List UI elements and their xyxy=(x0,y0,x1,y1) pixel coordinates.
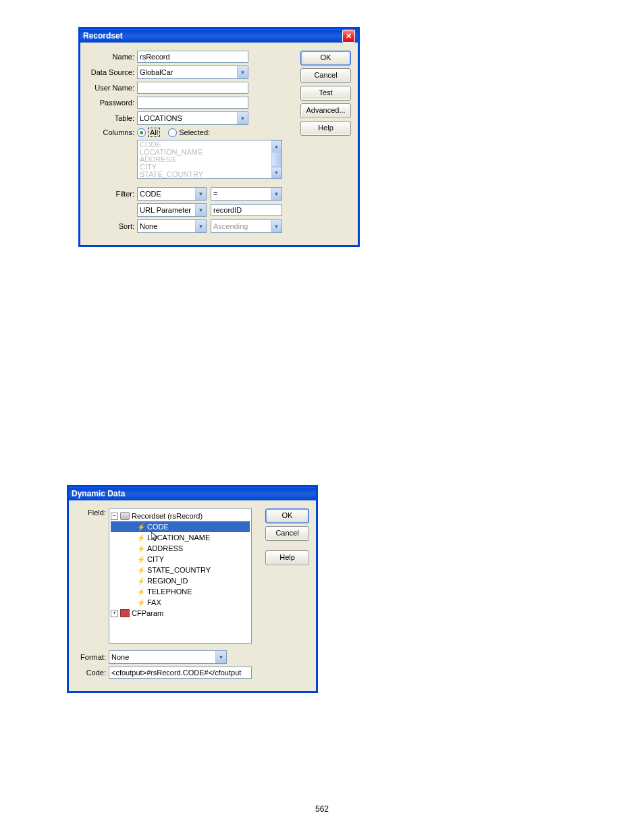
datasource-label: Data Source: xyxy=(87,68,137,76)
close-icon[interactable]: ✕ xyxy=(342,30,355,43)
username-label: User Name: xyxy=(87,84,137,92)
columns-selected-radio[interactable] xyxy=(168,128,177,137)
scroll-down-icon[interactable]: ▼ xyxy=(271,167,281,178)
ok-button[interactable]: OK xyxy=(300,51,351,66)
name-label: Name: xyxy=(87,53,137,61)
dynamic-title: Dynamic Data xyxy=(72,487,125,500)
help-button[interactable]: Help xyxy=(265,550,309,565)
tree-item[interactable]: ⚡ FAX xyxy=(111,597,250,608)
columns-all-label: All xyxy=(148,128,160,137)
chevron-down-icon: ▼ xyxy=(271,188,281,200)
tree-item[interactable]: ⚡ LOCATION_NAME xyxy=(111,532,250,543)
code-input[interactable] xyxy=(109,667,252,679)
filter-field-select[interactable]: CODE ▼ xyxy=(137,187,207,201)
chevron-down-icon: ▼ xyxy=(195,220,206,232)
scroll-thumb[interactable] xyxy=(271,152,281,167)
field-label: Field: xyxy=(76,509,109,517)
chevron-down-icon: ▼ xyxy=(195,188,206,200)
page-number: 562 xyxy=(0,804,644,814)
columns-all-radio[interactable] xyxy=(137,128,146,137)
cfparam-icon xyxy=(120,609,130,617)
chevron-down-icon: ▼ xyxy=(215,651,226,663)
filter-label: Filter: xyxy=(87,190,137,198)
list-item: STATE_COUNTRY xyxy=(140,171,279,178)
recordset-title: Recordset xyxy=(83,29,123,43)
tree-item[interactable]: ⚡ ADDRESS xyxy=(111,543,250,554)
field-tree[interactable]: − Recordset (rsRecord) ⚡ CODE ⚡ LOCATION… xyxy=(109,509,252,644)
recordset-icon xyxy=(120,512,130,520)
ok-button[interactable]: OK xyxy=(265,509,309,523)
format-label: Format: xyxy=(76,653,109,661)
bolt-icon: ⚡ xyxy=(137,599,145,606)
bolt-icon: ⚡ xyxy=(137,567,145,574)
columns-selected-label: Selected: xyxy=(179,128,210,136)
recordset-dialog: Recordset ✕ Name: Data Source: GlobalCar… xyxy=(78,27,360,247)
bolt-icon: ⚡ xyxy=(137,577,145,585)
table-select[interactable]: LOCATIONS ▼ xyxy=(137,111,248,125)
bolt-icon: ⚡ xyxy=(137,534,145,542)
chevron-down-icon: ▼ xyxy=(271,220,281,232)
chevron-down-icon: ▼ xyxy=(195,204,206,216)
tree-item[interactable]: ⚡ TELEPHONE xyxy=(111,586,250,597)
tree-item[interactable]: ⚡ REGION_ID xyxy=(111,575,250,586)
chevron-down-icon: ▼ xyxy=(237,112,248,124)
tree-item-code[interactable]: ⚡ CODE xyxy=(111,521,250,532)
cancel-button[interactable]: Cancel xyxy=(265,526,309,541)
tree-item[interactable]: ⚡ CITY xyxy=(111,554,250,565)
filter-op-select[interactable]: = ▼ xyxy=(211,187,282,201)
list-item: ADDRESS xyxy=(140,156,279,163)
bolt-icon: ⚡ xyxy=(137,588,145,596)
password-label: Password: xyxy=(87,99,137,107)
code-label: Code: xyxy=(76,669,109,677)
bolt-icon: ⚡ xyxy=(137,556,145,563)
advanced-button[interactable]: Advanced... xyxy=(300,103,351,118)
test-button[interactable]: Test xyxy=(300,86,351,101)
columns-label: Columns: xyxy=(87,128,137,136)
scrollbar[interactable]: ▲ ▼ xyxy=(271,140,281,178)
cancel-button[interactable]: Cancel xyxy=(300,68,351,83)
tree-root[interactable]: − Recordset (rsRecord) xyxy=(111,511,250,521)
scroll-up-icon[interactable]: ▲ xyxy=(271,140,281,152)
expand-icon[interactable]: + xyxy=(111,610,118,617)
sort-dir-select: Ascending ▼ xyxy=(211,219,282,233)
dynamic-data-dialog: Dynamic Data Field: − Recordset (rsRecor… xyxy=(67,485,318,693)
password-input[interactable] xyxy=(137,97,248,109)
columns-listbox[interactable]: CODE LOCATION_NAME ADDRESS CITY STATE_CO… xyxy=(137,140,282,179)
dynamic-titlebar[interactable]: Dynamic Data xyxy=(69,487,316,500)
tree-cfparam[interactable]: + CFParam xyxy=(111,608,250,619)
name-input[interactable] xyxy=(137,51,248,63)
table-label: Table: xyxy=(87,114,137,122)
bolt-icon: ⚡ xyxy=(137,523,145,531)
tree-item[interactable]: ⚡ STATE_COUNTRY xyxy=(111,565,250,575)
sort-label: Sort: xyxy=(87,222,137,230)
sort-field-select[interactable]: None ▼ xyxy=(137,219,207,233)
filter-ptype-select[interactable]: URL Parameter ▼ xyxy=(137,203,207,217)
username-input[interactable] xyxy=(137,82,248,94)
chevron-down-icon: ▼ xyxy=(237,66,248,78)
recordset-titlebar[interactable]: Recordset ✕ xyxy=(80,29,358,43)
bolt-icon: ⚡ xyxy=(137,545,145,552)
datasource-select[interactable]: GlobalCar ▼ xyxy=(137,66,248,79)
filter-pval-input[interactable] xyxy=(211,204,282,216)
collapse-icon[interactable]: − xyxy=(111,513,118,520)
help-button[interactable]: Help xyxy=(300,121,351,136)
format-select[interactable]: None ▼ xyxy=(109,650,227,664)
